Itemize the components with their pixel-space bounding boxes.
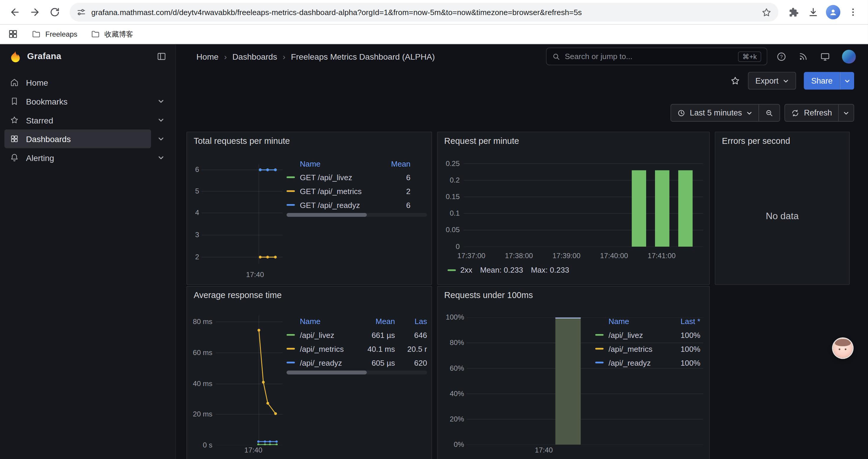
share-menu-button[interactable]	[840, 72, 854, 90]
series-swatch	[595, 362, 603, 364]
url-text[interactable]: grafana.mathmast.com/d/deytv4rwavabkb/fr…	[91, 8, 756, 17]
zoom-out-button[interactable]	[759, 104, 779, 121]
dashboard-main: Home › Dashboards › Freeleaps Metrics Da…	[176, 44, 868, 459]
legend-series-name[interactable]: /api/_readyz	[609, 358, 668, 367]
legend-col-last[interactable]: Las	[395, 317, 427, 326]
panel-title[interactable]: Errors per second	[722, 136, 790, 146]
legend-col-mean[interactable]: Mean	[358, 317, 395, 326]
legend-series-name[interactable]: GET /api/_metrics	[300, 187, 383, 196]
grafana-sidebar: Grafana Home Bookmarks	[0, 44, 176, 459]
reload-button[interactable]	[45, 3, 64, 22]
sidebar-item-bookmarks[interactable]: Bookmarks	[4, 92, 171, 111]
breadcrumb-dashboards[interactable]: Dashboards	[232, 52, 277, 61]
chevron-down-icon[interactable]	[158, 98, 164, 104]
legend-series-name[interactable]: /api/_metrics	[609, 345, 668, 353]
legend-series-name[interactable]: /api/_metrics	[300, 345, 358, 353]
scrollbar-thumb[interactable]	[286, 213, 367, 217]
forward-arrow-icon	[29, 6, 40, 18]
legend-last-value: 100%	[668, 358, 701, 367]
legend-row: GET /api/_livez 6	[286, 170, 410, 184]
back-button[interactable]	[6, 3, 25, 22]
user-avatar[interactable]	[842, 50, 856, 64]
forward-button[interactable]	[25, 3, 44, 22]
y-tick: 5	[187, 187, 199, 196]
y-tick: 60%	[440, 364, 464, 373]
legend-row: /api/_metrics 100%	[595, 342, 701, 356]
share-button[interactable]: Share	[804, 72, 840, 90]
bookmarks-bar: Freeleaps 收藏博客	[0, 24, 868, 44]
legend-last-value: 646	[395, 330, 427, 339]
x-tick: 17:40:00	[590, 252, 638, 261]
time-range-picker[interactable]: Last 5 minutes	[671, 104, 758, 121]
series-swatch	[286, 176, 295, 178]
sidebar-item-alerting[interactable]: Alerting	[4, 148, 171, 167]
panel-title[interactable]: Total requests per minute	[193, 136, 290, 146]
y-tick: 80%	[440, 338, 464, 347]
search-field[interactable]	[565, 52, 734, 61]
y-tick: 4	[187, 208, 199, 218]
floating-assistant-avatar[interactable]	[833, 338, 852, 358]
series-swatch	[286, 362, 295, 364]
chevron-down-icon	[746, 110, 752, 116]
legend-col-name[interactable]: Name	[609, 317, 668, 326]
legend-series-name[interactable]: /api/_readyz	[300, 358, 358, 367]
scrollbar-thumb[interactable]	[286, 371, 367, 374]
legend-series-name[interactable]: /api/_livez	[300, 330, 358, 339]
panel-legend: 2xx Mean: 0.233 Max: 0.233	[447, 266, 569, 274]
url-bar[interactable]: grafana.mathmast.com/d/deytv4rwavabkb/fr…	[70, 3, 778, 22]
browser-menu-button[interactable]	[844, 3, 863, 22]
legend-col-name[interactable]: Name	[300, 317, 358, 326]
sidebar-item-label: Starred	[26, 115, 53, 125]
sidebar-item-starred[interactable]: Starred	[4, 111, 171, 130]
legend-scrollbar[interactable]	[286, 213, 427, 217]
grafana-logo[interactable]	[9, 50, 22, 63]
sidebar-item-home[interactable]: Home	[4, 73, 171, 92]
site-settings-icon[interactable]	[76, 7, 86, 17]
legend-scrollbar[interactable]	[286, 371, 427, 374]
browser-profile-button[interactable]	[824, 3, 843, 22]
y-tick: 40%	[440, 389, 464, 398]
chevron-down-icon[interactable]	[158, 117, 164, 123]
favorite-star-icon[interactable]	[730, 76, 740, 86]
news-rss-icon[interactable]	[798, 52, 808, 61]
sidebar-item-label: Dashboards	[26, 134, 71, 143]
time-controls: Last 5 minutes Refresh	[176, 103, 868, 123]
legend-series-name[interactable]: /api/_livez	[609, 330, 668, 339]
dock-sidebar-icon[interactable]	[157, 52, 167, 61]
legend-last-value: 20.5 r	[395, 345, 427, 353]
bookmark-star-icon[interactable]	[761, 7, 772, 18]
profile-avatar	[826, 5, 840, 20]
refresh-icon	[791, 109, 800, 117]
legend-col-mean[interactable]: Mean	[383, 159, 411, 168]
breadcrumb-home[interactable]: Home	[196, 52, 219, 61]
sidebar-item-dashboards[interactable]: Dashboards	[4, 129, 171, 148]
refresh-button[interactable]: Refresh	[785, 104, 838, 121]
bookmark-folder-blog[interactable]: 收藏博客	[91, 29, 133, 39]
search-input[interactable]: ⌘+k	[546, 47, 767, 65]
bookmark-folder-freeleaps[interactable]: Freeleaps	[32, 29, 78, 39]
monitor-icon[interactable]	[820, 51, 831, 62]
help-icon[interactable]: ?	[776, 51, 787, 62]
export-button[interactable]: Export	[748, 72, 796, 90]
panel-title[interactable]: Requests under 100ms	[444, 290, 533, 300]
panel-title[interactable]: Average response time	[193, 290, 282, 300]
legend-series-name[interactable]: GET /api/_readyz	[300, 201, 383, 209]
brand-name: Grafana	[27, 52, 61, 61]
legend-last-value: 100%	[668, 330, 701, 339]
refresh-interval-button[interactable]	[839, 104, 854, 121]
legend-col-last[interactable]: Last *	[668, 317, 701, 326]
panel-title[interactable]: Request per minute	[444, 136, 519, 146]
y-tick: 0%	[440, 440, 464, 449]
series-swatch	[447, 269, 456, 271]
downloads-button[interactable]	[804, 3, 823, 22]
series-swatch	[286, 334, 295, 336]
x-tick: 17:41:00	[638, 252, 685, 261]
legend-series-name[interactable]: GET /api/_livez	[300, 173, 383, 182]
chevron-down-icon[interactable]	[158, 136, 164, 142]
legend-col-name[interactable]: Name	[300, 159, 383, 168]
legend-series-name[interactable]: 2xx	[460, 266, 472, 274]
chevron-down-icon[interactable]	[158, 154, 164, 161]
series-swatch	[286, 190, 295, 192]
side-panel-grid-icon[interactable]	[8, 29, 18, 39]
extensions-button[interactable]	[784, 3, 803, 22]
